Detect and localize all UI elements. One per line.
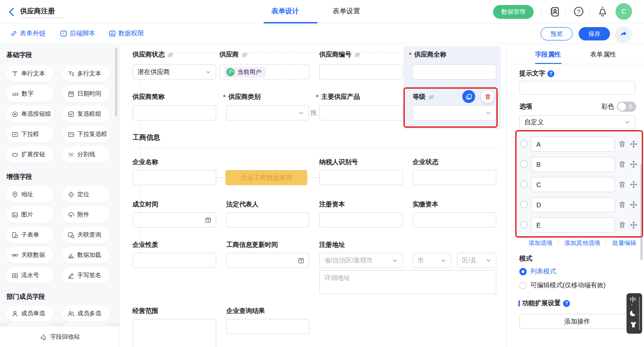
help-badge-icon[interactable]: ? xyxy=(563,300,570,307)
field-pill-checkbox-group[interactable]: 复选框组 xyxy=(62,106,110,122)
add-option-link[interactable]: 添加选项 xyxy=(529,239,552,246)
legal-rep-input[interactable] xyxy=(226,212,309,228)
delete-option-icon[interactable] xyxy=(618,221,626,229)
panel-scrollbar[interactable] xyxy=(640,164,643,260)
copy-field-button[interactable] xyxy=(462,90,475,103)
move-option-icon[interactable] xyxy=(630,221,638,229)
field-pill-subform[interactable]: 子表单 xyxy=(6,227,54,243)
delete-option-icon[interactable] xyxy=(618,181,626,188)
option-input[interactable]: C xyxy=(531,177,615,192)
field-pill-serial-number[interactable]: 流水号 xyxy=(6,267,54,284)
tab-form-settings[interactable]: 表单设置 xyxy=(333,7,360,16)
option-input[interactable]: B xyxy=(531,157,615,172)
option-radio[interactable] xyxy=(520,140,528,148)
mode-radio-list[interactable]: 列表模式 xyxy=(519,267,556,276)
reg-capital-input[interactable] xyxy=(319,212,403,228)
batch-edit-link[interactable]: 批量编辑 xyxy=(612,239,636,246)
color-toggle[interactable]: 关 xyxy=(617,102,636,112)
hint-text-input[interactable] xyxy=(519,81,635,95)
shirt-skin-icon[interactable] xyxy=(630,321,637,328)
supplier-no-input[interactable] xyxy=(319,64,403,80)
option-input[interactable]: E xyxy=(531,217,615,233)
external-link-item[interactable]: 表单外链 xyxy=(10,29,46,38)
field-pill-extend-button[interactable]: 扩展按钮 xyxy=(6,146,54,163)
field-pill-address[interactable]: 地址 xyxy=(6,186,54,203)
option-source-select[interactable]: 自定义 xyxy=(519,115,635,129)
data-permission-item[interactable]: 数据权限 xyxy=(109,29,144,38)
field-pill-member-single[interactable]: 成员单选 xyxy=(6,305,54,322)
field-pill-related-query[interactable]: 关联查询 xyxy=(62,227,110,243)
delete-option-icon[interactable] xyxy=(618,201,626,209)
field-pill-data-load[interactable]: 数据加载 xyxy=(62,247,110,263)
move-option-icon[interactable] xyxy=(630,140,638,148)
preview-button[interactable]: 预览 xyxy=(540,27,573,40)
field-recycle-bin[interactable]: 字段回收站 xyxy=(0,326,120,347)
field-pill-radio-group[interactable]: 单选按钮组 xyxy=(6,106,54,122)
help-badge-icon[interactable]: ? xyxy=(547,70,554,77)
company-status-input[interactable] xyxy=(413,170,496,185)
field-pill-signature[interactable]: 手写签名 xyxy=(62,267,110,284)
user-avatar[interactable]: C xyxy=(615,3,632,20)
delete-option-icon[interactable] xyxy=(618,160,626,168)
add-other-option-link[interactable]: 添加其他选项 xyxy=(564,239,600,246)
update-time-date-input[interactable] xyxy=(226,253,309,268)
field-pill-member-multi[interactable]: 成员多选 xyxy=(62,305,110,322)
ime-handle-bar[interactable] xyxy=(639,297,640,330)
notification-bell-icon[interactable] xyxy=(597,6,608,17)
main-products-input[interactable] xyxy=(319,105,403,120)
mode-radio-editable[interactable]: 可编辑模式(仅移动端有效) xyxy=(519,281,605,290)
delete-field-button[interactable] xyxy=(481,90,494,103)
business-data-query-button[interactable]: 企业工商数据查询 xyxy=(225,170,307,185)
field-pill-select[interactable]: 下拉框 xyxy=(6,126,54,142)
sidebar-scrollbar[interactable] xyxy=(115,48,117,117)
detail-address-textarea[interactable]: 详细地址 xyxy=(319,270,496,294)
grade-select[interactable] xyxy=(413,105,496,120)
option-radio[interactable] xyxy=(520,160,528,168)
supplier-status-select[interactable]: 潜在供应商 xyxy=(132,64,216,80)
province-select[interactable]: 省/自治区/直辖市 xyxy=(319,253,403,268)
move-option-icon[interactable] xyxy=(630,201,638,209)
field-pill-datetime[interactable]: 日期时间 xyxy=(62,85,110,102)
move-option-icon[interactable] xyxy=(630,181,638,188)
field-pill-single-text[interactable]: 单行文本 xyxy=(6,65,54,82)
contacts-book-icon[interactable] xyxy=(549,6,560,17)
field-pill-divider[interactable]: 分割线 xyxy=(62,146,110,163)
field-pill-multi-select[interactable]: 下拉复选框 xyxy=(62,126,110,142)
delete-option-icon[interactable] xyxy=(618,140,626,148)
company-nature-input[interactable] xyxy=(132,253,216,268)
save-button[interactable]: 保存 xyxy=(579,27,610,40)
field-pill-attachment[interactable]: 附件 xyxy=(62,206,110,223)
supplier-field[interactable]: 户 当前用户 xyxy=(219,64,309,80)
query-result-input[interactable] xyxy=(226,319,309,334)
field-pill-related-data[interactable]: 关联数据 xyxy=(6,247,54,263)
option-radio[interactable] xyxy=(520,181,528,188)
tax-id-input[interactable] xyxy=(319,170,403,185)
help-icon[interactable] xyxy=(573,6,584,17)
backend-script-item[interactable]: 后端脚本 xyxy=(60,29,95,38)
add-action-button[interactable]: 添加操作 xyxy=(519,314,635,329)
supplier-fullname-input[interactable] xyxy=(413,64,496,80)
back-icon[interactable] xyxy=(6,7,17,17)
moon-icon[interactable] xyxy=(630,310,637,317)
move-option-icon[interactable] xyxy=(630,160,638,168)
option-input[interactable]: D xyxy=(531,197,615,212)
tab-field-properties[interactable]: 字段属性 xyxy=(535,51,561,59)
share-button[interactable] xyxy=(616,26,631,41)
paid-capital-input[interactable] xyxy=(413,212,496,228)
supplier-category-select[interactable] xyxy=(226,105,309,120)
field-pill-image[interactable]: 图片 xyxy=(6,206,54,223)
tab-form-design[interactable]: 表单设计 xyxy=(271,7,299,16)
city-select[interactable]: 市 xyxy=(413,253,451,268)
supplier-shortname-input[interactable] xyxy=(132,105,216,120)
field-pill-locate[interactable]: 定位 xyxy=(62,186,110,203)
business-scope-textarea[interactable] xyxy=(132,319,216,347)
district-select[interactable]: 区/县 xyxy=(457,253,496,268)
option-radio[interactable] xyxy=(520,221,528,228)
established-date-input[interactable] xyxy=(132,212,216,228)
option-radio[interactable] xyxy=(520,201,528,208)
option-input[interactable]: A xyxy=(531,137,615,152)
company-name-input[interactable] xyxy=(132,170,216,185)
field-pill-number[interactable]: 数字 xyxy=(6,85,54,102)
data-manage-button[interactable]: 数据管理 xyxy=(493,5,534,19)
tab-form-properties[interactable]: 表单属性 xyxy=(590,51,616,59)
